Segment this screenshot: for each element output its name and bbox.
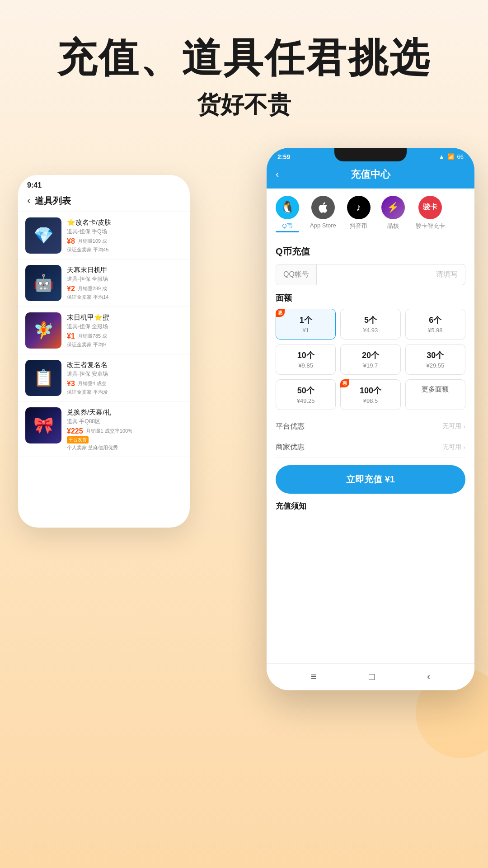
item-sales: 月销量109 成 <box>78 238 107 245</box>
item-tag: 道具-担保 安卓场 <box>67 370 183 378</box>
amount-price: ¥4.93 <box>344 327 396 334</box>
item-price: ¥2 <box>67 285 75 293</box>
recharge-title: Q币充值 <box>276 245 465 258</box>
item-price: ¥3 <box>67 380 75 388</box>
tab-tiktok[interactable]: ♪ 抖音币 <box>343 196 375 238</box>
item-name: ⭐改名卡/皮肤 <box>67 217 183 227</box>
nav-menu-icon[interactable]: ≡ <box>311 671 317 683</box>
qq-icon: 🐧 <box>276 196 299 219</box>
item-guarantee: 平台发货 <box>67 436 183 443</box>
back-phone-statusbar: 9:41 <box>18 175 190 192</box>
tab-bar: 🐧 Q币 App Store ♪ <box>267 189 474 238</box>
amount-count: 10个 <box>280 350 332 361</box>
header-title: 充值、道具任君挑选 <box>27 36 461 80</box>
list-item[interactable]: 🎀 兑换券/天幕/礼 道具 手Q88区 ¥225 月销量1 成交率100% 平台… <box>18 402 190 457</box>
discount-badge: 惠 <box>276 309 285 317</box>
back-chevron-icon[interactable]: ‹ <box>27 195 30 207</box>
item-emoji: 💎 <box>25 217 61 254</box>
item-tag: 道具 手Q88区 <box>67 418 183 425</box>
item-info: 改王者复名名 道具-担保 安卓场 ¥3 月销量4 成交 保证金卖家 平均发 <box>67 360 183 396</box>
list-item[interactable]: 🤖 天幕末日机甲 道具-担保 全服场 ¥2 月销量289 成 保证金卖家 平均1… <box>18 259 190 307</box>
item-tag: 道具-担保 手Q场 <box>67 228 183 236</box>
front-header-title: 充值中心 <box>351 168 390 181</box>
item-price-row: ¥2 月销量289 成 <box>67 285 183 293</box>
tiktok-icon: ♪ <box>347 196 371 219</box>
item-price-row: ¥8 月销量109 成 <box>67 237 183 245</box>
item-emoji: 📋 <box>25 360 61 396</box>
status-icons: ▲ 📶 66 <box>439 153 464 160</box>
tab-appstore[interactable]: App Store <box>305 196 341 238</box>
tab-junka[interactable]: 骏卡 骏卡智充卡 <box>411 196 450 238</box>
item-price: ¥8 <box>67 237 75 245</box>
crystal-icon: ⚡ <box>381 196 405 219</box>
item-price-row: ¥3 月销量4 成交 <box>67 380 183 388</box>
wifi-icon: 📶 <box>447 153 455 160</box>
item-tag: 道具-担保 全服场 <box>67 323 183 330</box>
item-list: 💎 ⭐改名卡/皮肤 道具-担保 手Q场 ¥8 月销量109 成 保证金卖家 平均… <box>18 212 190 457</box>
item-guarantee: 保证金卖家 平均发 <box>67 389 183 396</box>
amount-card-5个[interactable]: 5个 ¥4.93 <box>340 309 400 340</box>
tab-crystal[interactable]: ⚡ 晶核 <box>377 196 409 238</box>
amount-card-50个[interactable]: 50个 ¥49.25 <box>276 379 336 410</box>
list-item[interactable]: 🧚 末日机甲⭐蜜 道具-担保 全服场 ¥1 月销量785 成 保证金卖家 平均9 <box>18 307 190 354</box>
item-price-row: ¥1 月销量785 成 <box>67 332 183 340</box>
apple-icon <box>311 196 335 219</box>
merchant-discount-row[interactable]: 商家优惠 无可用 › <box>276 437 465 458</box>
account-input[interactable]: 请填写 <box>317 264 465 285</box>
amount-price: ¥1 <box>280 327 332 334</box>
item-sales: 月销量4 成交 <box>78 380 107 387</box>
merchant-discount-label: 商家优惠 <box>276 443 305 452</box>
signal-icon: ▲ <box>439 153 445 160</box>
platform-discount-row[interactable]: 平台优惠 无可用 › <box>276 416 465 437</box>
nav-home-icon[interactable]: □ <box>369 671 375 683</box>
account-label: QQ帐号 <box>276 264 317 285</box>
amount-label: 面额 <box>276 292 465 303</box>
tab-crystal-label: 晶核 <box>387 222 399 230</box>
item-emoji: 🤖 <box>25 265 61 301</box>
recharge-section: Q币充值 QQ帐号 请填写 面额 惠 1个 ¥1 5个 ¥ <box>267 238 474 519</box>
tab-qbi-label: Q币 <box>282 222 292 230</box>
junka-icon: 骏卡 <box>418 196 442 219</box>
item-guarantee: 保证金卖家 平均45 <box>67 246 183 253</box>
amount-count: 1个 <box>280 315 332 326</box>
item-info: 兑换券/天幕/礼 道具 手Q88区 ¥225 月销量1 成交率100% 平台发货… <box>67 407 183 451</box>
list-item[interactable]: 💎 ⭐改名卡/皮肤 道具-担保 手Q场 ¥8 月销量109 成 保证金卖家 平均… <box>18 212 190 259</box>
tab-junka-label: 骏卡智充卡 <box>416 222 445 230</box>
amount-price: ¥5.98 <box>409 327 461 334</box>
amount-card-100个[interactable]: 惠 100个 ¥98.5 <box>340 379 400 410</box>
tab-qbi[interactable]: 🐧 Q币 <box>271 196 304 238</box>
recharge-button[interactable]: 立即充值 ¥1 <box>276 465 465 494</box>
amount-card-6个[interactable]: 6个 ¥5.98 <box>405 309 465 340</box>
amount-card-30个[interactable]: 30个 ¥29.55 <box>405 344 465 375</box>
amount-card-20个[interactable]: 20个 ¥19.7 <box>340 344 400 375</box>
amount-card-1个[interactable]: 惠 1个 ¥1 <box>276 309 336 340</box>
back-phone-title: 道具列表 <box>35 195 71 207</box>
front-phone: 2:59 ▲ 📶 66 ‹ 充值中心 🐧 Q币 <box>267 148 474 690</box>
nav-back-icon[interactable]: ‹ <box>427 671 430 683</box>
amount-card-10个[interactable]: 10个 ¥9.85 <box>276 344 336 375</box>
item-sub-guarantee: 个人卖家 芝麻信用优秀 <box>67 444 183 451</box>
item-info: 天幕末日机甲 道具-担保 全服场 ¥2 月销量289 成 保证金卖家 平均14 <box>67 265 183 301</box>
item-image: 💎 <box>25 217 61 254</box>
item-guarantee: 保证金卖家 平均14 <box>67 294 183 301</box>
back-button[interactable]: ‹ <box>276 169 279 180</box>
item-image: 📋 <box>25 360 61 396</box>
amount-count: 5个 <box>344 315 396 326</box>
header-subtitle: 货好不贵 <box>27 89 461 121</box>
more-amounts-button[interactable]: 更多面额 <box>405 379 465 410</box>
item-price-row: ¥225 月销量1 成交率100% <box>67 427 183 435</box>
item-guarantee: 保证金卖家 平均9 <box>67 341 183 348</box>
amount-count: 50个 <box>280 385 332 396</box>
amount-grid: 惠 1个 ¥1 5个 ¥4.93 6个 ¥5.98 10个 ¥9.85 <box>276 309 465 410</box>
amount-count: 30个 <box>409 350 461 361</box>
item-name: 兑换券/天幕/礼 <box>67 407 183 417</box>
item-image: 🎀 <box>25 407 61 443</box>
amount-count: 100个 <box>344 385 396 396</box>
platform-badge: 平台发货 <box>67 436 89 443</box>
list-item[interactable]: 📋 改王者复名名 道具-担保 安卓场 ¥3 月销量4 成交 保证金卖家 平均发 <box>18 354 190 402</box>
item-info: ⭐改名卡/皮肤 道具-担保 手Q场 ¥8 月销量109 成 保证金卖家 平均45 <box>67 217 183 253</box>
amount-price: ¥9.85 <box>280 362 332 369</box>
item-emoji: 🎀 <box>25 407 61 443</box>
amount-price: ¥29.55 <box>409 362 461 369</box>
item-image: 🧚 <box>25 312 61 349</box>
